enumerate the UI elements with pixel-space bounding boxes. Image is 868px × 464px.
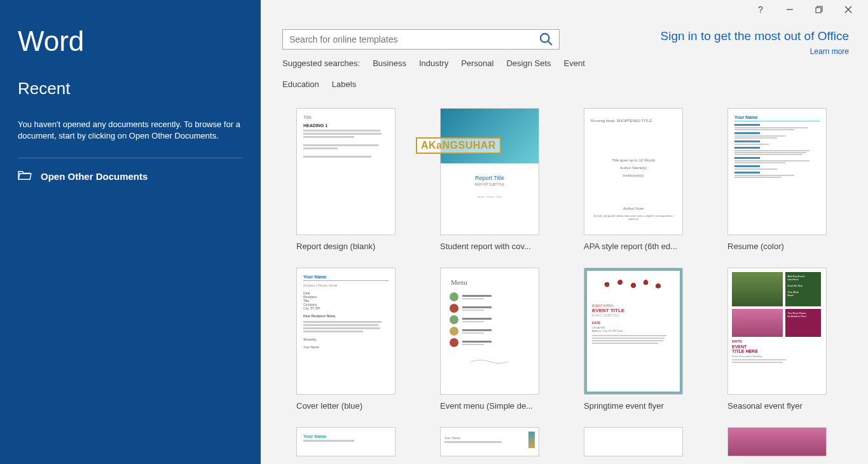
suggested-searches: Suggested searches: Business Industry Pe… — [282, 58, 613, 89]
template-label: Cover letter (blue) — [282, 401, 397, 411]
template-label: Springtime event flyer — [570, 401, 684, 411]
content-scroll[interactable]: Suggested searches: Business Industry Pe… — [261, 19, 868, 464]
template-resume-color[interactable]: Your Name Resume (color) — [713, 108, 841, 251]
suggested-link-personal[interactable]: Personal — [461, 58, 493, 68]
template-label: APA style report (6th ed... — [570, 242, 684, 251]
svg-line-5 — [548, 41, 552, 45]
template-thumbnail: Menu — [440, 268, 539, 395]
suggested-link-business[interactable]: Business — [373, 58, 406, 68]
template-grid: Title HEADING 1 Report design (blank) Re… — [282, 108, 855, 463]
template-label: Seasonal event flyer — [713, 401, 828, 411]
template-student-report[interactable]: Report Title REPORT SUBTITLE Name · Cour… — [426, 108, 553, 251]
open-other-label: Open Other Documents — [41, 171, 148, 182]
template-thumbnail — [727, 427, 827, 456]
divider — [18, 158, 243, 158]
template-partial-1[interactable]: Your Name — [282, 427, 410, 463]
app-title: Word — [18, 25, 243, 57]
template-thumbnail: Add Key EventInfo Here!Don't Be ShyOne M… — [727, 268, 827, 395]
template-partial-3[interactable] — [570, 427, 697, 463]
template-thumbnail: Your Name — [440, 427, 539, 456]
template-search-input[interactable] — [289, 34, 539, 44]
help-button[interactable]: ? — [746, 1, 775, 18]
template-label: Report design (blank) — [282, 242, 397, 251]
template-label: Event menu (Simple de... — [426, 401, 541, 411]
template-thumbnail: Running head: SHORTENED TITLE Title goes… — [584, 108, 683, 235]
template-thumbnail: Your Name — [296, 427, 396, 456]
folder-open-icon — [18, 170, 32, 183]
template-label: Student report with cov... — [426, 242, 541, 251]
template-springtime-event-flyer[interactable]: EVENT INTRO EVENT TITLE EVENT SUBTITLE D… — [570, 268, 697, 411]
sign-in-link[interactable]: Sign in to get the most out of Office — [661, 29, 849, 43]
close-button[interactable] — [834, 1, 863, 18]
template-thumbnail: Report Title REPORT SUBTITLE Name · Cour… — [440, 108, 539, 235]
template-thumbnail: Your Name Address | Phone | Email DateRe… — [296, 268, 396, 395]
learn-more-link[interactable]: Learn more — [661, 47, 849, 56]
template-partial-2[interactable]: Your Name — [426, 427, 553, 463]
svg-rect-1 — [816, 8, 821, 13]
template-searchbox[interactable] — [282, 29, 560, 50]
main-pane: ? Sign in to get the most out of Office … — [261, 0, 868, 464]
suggested-link-industry[interactable]: Industry — [419, 58, 448, 68]
template-seasonal-event-flyer[interactable]: Add Key EventInfo Here!Don't Be ShyOne M… — [713, 268, 841, 411]
no-documents-text: You haven't opened any documents recentl… — [18, 119, 243, 141]
open-other-documents[interactable]: Open Other Documents — [18, 170, 243, 183]
titlebar: ? — [261, 0, 868, 19]
minimize-button[interactable] — [775, 1, 804, 18]
svg-point-4 — [541, 34, 549, 43]
restore-button[interactable] — [804, 1, 834, 18]
suggested-link-event[interactable]: Event — [564, 58, 585, 68]
suggested-link-education[interactable]: Education — [282, 79, 319, 89]
template-partial-4[interactable] — [713, 427, 841, 463]
recent-heading: Recent — [18, 79, 243, 99]
template-thumbnail: Title HEADING 1 — [296, 108, 396, 235]
template-cover-letter-blue[interactable]: Your Name Address | Phone | Email DateRe… — [282, 268, 410, 411]
template-thumbnail: Your Name — [727, 108, 827, 235]
suggested-label: Suggested searches: — [282, 58, 360, 68]
template-report-design-blank[interactable]: Title HEADING 1 Report design (blank) — [282, 108, 410, 251]
account-links: Sign in to get the most out of Office Le… — [661, 29, 849, 56]
suggested-link-labels[interactable]: Labels — [332, 79, 356, 89]
search-icon[interactable] — [539, 32, 554, 47]
template-event-menu[interactable]: Menu Event menu (Simple de... — [426, 268, 553, 411]
sidebar: Word Recent You haven't opened any docum… — [0, 0, 261, 464]
template-label: Resume (color) — [713, 242, 828, 251]
template-thumbnail — [584, 427, 683, 456]
template-thumbnail: EVENT INTRO EVENT TITLE EVENT SUBTITLE D… — [584, 268, 683, 395]
template-apa-style-report[interactable]: Running head: SHORTENED TITLE Title goes… — [570, 108, 697, 251]
suggested-link-design-sets[interactable]: Design Sets — [506, 58, 551, 68]
